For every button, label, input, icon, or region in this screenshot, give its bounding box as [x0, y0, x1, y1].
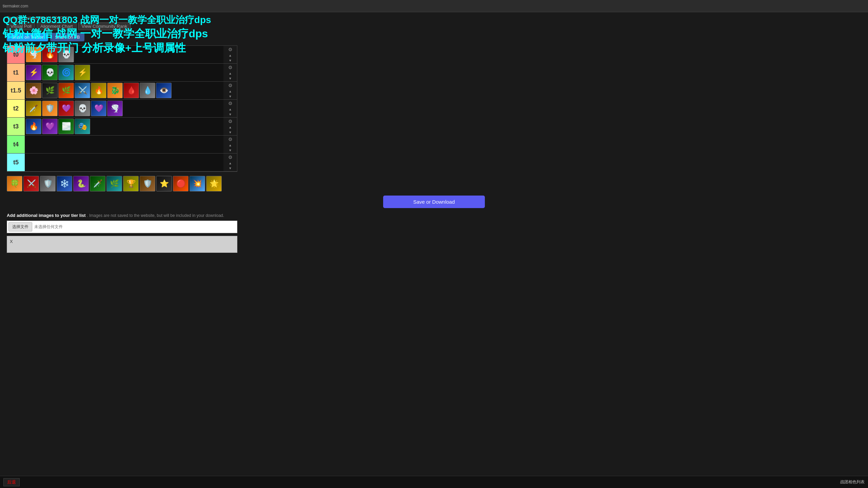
- tier-item[interactable]: 👁️: [156, 83, 172, 98]
- tier-item[interactable]: 🔥: [42, 47, 58, 62]
- taskbar-back-button[interactable]: 后退: [3, 478, 20, 486]
- tier-item[interactable]: 🎭: [75, 119, 90, 134]
- tier-item[interactable]: 🌸: [26, 83, 41, 98]
- tier-item[interactable]: 🌪️: [26, 47, 41, 62]
- tier-item[interactable]: 🌿: [58, 83, 74, 98]
- tier-item[interactable]: 🌀: [58, 65, 74, 80]
- tier-label-t0: t0: [7, 46, 25, 63]
- tier-move-up-button[interactable]: ▲: [228, 71, 232, 76]
- tier-items-t3[interactable]: 🔥💜🌫️🎭: [25, 118, 223, 135]
- tier-row-t1: t1⚡💀🌀⚡⚙▲▼: [7, 64, 237, 82]
- tab-visual-poll[interactable]: Visual Poll: [7, 22, 35, 30]
- tier-item[interactable]: 💀: [42, 65, 58, 80]
- tier-items-t1[interactable]: ⚡💀🌀⚡: [25, 64, 223, 81]
- pool-item[interactable]: ❄️: [57, 176, 72, 191]
- tier-move-up-button[interactable]: ▲: [228, 107, 232, 111]
- pool-item[interactable]: 🐍: [73, 176, 89, 191]
- tier-settings-button[interactable]: ⚙: [228, 154, 233, 160]
- tier-move-down-button[interactable]: ▼: [228, 112, 232, 117]
- tier-items-t4[interactable]: [25, 136, 223, 153]
- share-twitter-button[interactable]: Share on Twitter: [7, 33, 48, 41]
- tier-move-up-button[interactable]: ▲: [228, 125, 232, 129]
- tier-item[interactable]: 🌿: [42, 83, 58, 98]
- tier-item[interactable]: 🌫️: [58, 119, 74, 134]
- tier-item[interactable]: 🩸: [123, 83, 139, 98]
- tier-move-down-button[interactable]: ▼: [228, 76, 232, 81]
- pool-item[interactable]: ⚔️: [23, 176, 39, 191]
- pool-item[interactable]: 🍀: [7, 176, 22, 191]
- tier-item[interactable]: 💜: [91, 101, 106, 116]
- tier-move-down-button[interactable]: ▼: [228, 58, 232, 63]
- pool-item[interactable]: 🗡️: [90, 176, 105, 191]
- tier-move-down-button[interactable]: ▼: [228, 94, 232, 99]
- tier-row-t0: t0🌪️🔥💀⚙▲▼: [7, 46, 237, 64]
- tier-settings-button[interactable]: ⚙: [228, 64, 233, 70]
- tier-items-t1.5[interactable]: 🌸🌿🌿⚔️🔥🐉🩸💧👁️: [25, 82, 223, 99]
- tier-move-down-button[interactable]: ▼: [228, 148, 232, 152]
- tier-row-t5: t5⚙▲▼: [7, 154, 237, 171]
- tier-items-t5[interactable]: [25, 154, 223, 171]
- save-download-button[interactable]: Save or Download: [383, 196, 485, 208]
- items-pool: 🍀⚔️🛡️❄️🐍🗡️🌿🏆🛡️⭐🔴💥🌟: [7, 176, 237, 191]
- additional-label: Add additional images to your tier list …: [7, 213, 237, 218]
- additional-label-note: . Images are not saved to the website, b…: [87, 213, 224, 218]
- tier-item[interactable]: 🔥: [26, 119, 41, 134]
- tier-label-t2: t2: [7, 100, 25, 117]
- pool-item[interactable]: 🌿: [106, 176, 122, 191]
- browser-url: tiermaker.com: [3, 4, 28, 8]
- view-tabs: Visual Poll Alignment Chart View Communi…: [7, 22, 861, 30]
- tier-settings-button[interactable]: ⚙: [228, 118, 233, 124]
- pool-item[interactable]: 🔴: [173, 176, 189, 191]
- tier-move-up-button[interactable]: ▲: [228, 143, 232, 147]
- tier-move-down-button[interactable]: ▼: [228, 130, 232, 135]
- tier-controls-t5: ⚙▲▼: [223, 154, 237, 171]
- tier-item[interactable]: 🐉: [107, 83, 123, 98]
- tier-settings-button[interactable]: ⚙: [228, 100, 233, 106]
- tier-controls-t1: ⚙▲▼: [223, 64, 237, 81]
- tier-item[interactable]: 💜: [58, 101, 74, 116]
- pool-item[interactable]: ⭐: [156, 176, 172, 191]
- tier-item[interactable]: ⚡: [26, 65, 41, 80]
- tier-label-t4: t4: [7, 136, 25, 153]
- tier-item[interactable]: 💀: [75, 101, 90, 116]
- tier-item[interactable]: 💧: [140, 83, 155, 98]
- file-input-container: 选择文件 未选择任何文件: [7, 221, 237, 233]
- tier-controls-t1.5: ⚙▲▼: [223, 82, 237, 99]
- pool-item[interactable]: 🌟: [206, 176, 222, 191]
- tier-list: t0🌪️🔥💀⚙▲▼t1⚡💀🌀⚡⚙▲▼t1.5🌸🌿🌿⚔️🔥🐉🩸💧👁️⚙▲▼t2🗡️…: [7, 45, 237, 172]
- text-area-x[interactable]: X: [7, 236, 237, 253]
- tier-move-down-button[interactable]: ▼: [228, 166, 232, 170]
- file-no-selection-text: 未选择任何文件: [34, 224, 63, 230]
- tier-move-up-button[interactable]: ▲: [228, 161, 232, 165]
- tab-alignment-chart[interactable]: Alignment Chart: [37, 22, 77, 30]
- tier-settings-button[interactable]: ⚙: [228, 82, 233, 88]
- pool-item[interactable]: 🏆: [123, 176, 139, 191]
- tier-settings-button[interactable]: ⚙: [228, 46, 233, 53]
- additional-label-bold: Add additional images to your tier list: [7, 213, 86, 218]
- tier-item[interactable]: 🌪️: [107, 101, 123, 116]
- tab-community-rank[interactable]: View Community Rank: [78, 22, 131, 30]
- pool-item[interactable]: 💥: [190, 176, 205, 191]
- pool-item[interactable]: 🛡️: [40, 176, 56, 191]
- additional-images-section: Add additional images to your tier list …: [7, 213, 237, 253]
- tier-item[interactable]: ⚔️: [75, 83, 90, 98]
- tier-item[interactable]: 🗡️: [26, 101, 41, 116]
- tier-settings-button[interactable]: ⚙: [228, 136, 233, 142]
- tier-items-t2[interactable]: 🗡️🛡️💜💀💜🌪️: [25, 100, 223, 117]
- tier-item[interactable]: ⚡: [75, 65, 90, 80]
- tier-item[interactable]: 💜: [42, 119, 58, 134]
- tier-controls-t0: ⚙▲▼: [223, 46, 237, 63]
- file-choose-button[interactable]: 选择文件: [8, 222, 32, 231]
- tier-controls-t3: ⚙▲▼: [223, 118, 237, 135]
- share-fb-button[interactable]: Share on FB: [50, 33, 84, 41]
- tier-row-t2: t2🗡️🛡️💜💀💜🌪️⚙▲▼: [7, 100, 237, 118]
- pool-item[interactable]: 🛡️: [140, 176, 155, 191]
- tier-controls-t2: ⚙▲▼: [223, 100, 237, 117]
- browser-bar: tiermaker.com: [0, 0, 868, 12]
- tier-move-up-button[interactable]: ▲: [228, 89, 232, 94]
- tier-item[interactable]: 💀: [58, 47, 74, 62]
- tier-item[interactable]: 🔥: [91, 83, 106, 98]
- tier-move-up-button[interactable]: ▲: [228, 53, 232, 58]
- tier-items-t0[interactable]: 🌪️🔥💀: [25, 46, 223, 63]
- tier-item[interactable]: 🛡️: [42, 101, 58, 116]
